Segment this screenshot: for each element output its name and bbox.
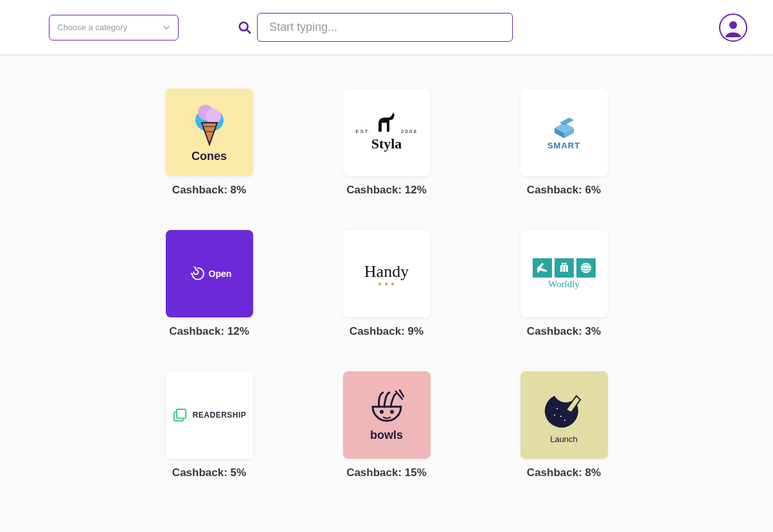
plane-icon: [533, 258, 552, 278]
cashback-label: Cashback: 12%: [166, 325, 253, 338]
svg-point-20: [560, 416, 562, 417]
svg-point-22: [564, 420, 565, 421]
merchant-card-cones[interactable]: Cones Cashback: 8%: [166, 89, 253, 197]
svg-rect-8: [560, 265, 568, 272]
brand-name: Handy: [364, 262, 409, 281]
dog-icon: [375, 112, 397, 134]
search-icon: [238, 21, 252, 35]
cashback-label: Cashback: 5%: [166, 466, 253, 479]
chevron-down-icon: [163, 24, 170, 31]
cashback-label: Cashback: 8%: [520, 466, 608, 479]
brand-name: bowls: [370, 429, 403, 442]
search: [238, 13, 513, 42]
brand-name: Styla: [371, 136, 402, 152]
noodle-bowl-icon: [366, 389, 407, 426]
pages-icon: [172, 407, 189, 423]
brand-name: READERSHIP: [193, 411, 247, 420]
merchant-card-open[interactable]: Open Cashback: 12%: [166, 230, 253, 338]
cashback-label: Cashback: 12%: [343, 184, 431, 197]
brand-name: Open: [209, 269, 232, 279]
merchant-card-handy[interactable]: Handy Cashback: 9%: [343, 230, 431, 338]
merchant-logo: Handy: [343, 230, 431, 317]
merchant-card-styla[interactable]: EST. 2008 Styla Cashback: 12%: [343, 89, 431, 197]
merchant-logo: Launch: [520, 371, 608, 459]
icecream-icon: [190, 102, 229, 147]
cashback-label: Cashback: 8%: [166, 184, 253, 197]
cashback-label: Cashback: 15%: [343, 466, 431, 479]
suitcase-icon: [555, 258, 574, 278]
merchant-card-worldly[interactable]: Worldly Cashback: 3%: [520, 230, 608, 338]
cashback-label: Cashback: 6%: [520, 184, 608, 197]
category-select[interactable]: Choose a category: [49, 15, 179, 40]
blocks-icon: [548, 115, 580, 138]
svg-point-5: [206, 109, 221, 124]
header: Choose a category: [0, 0, 773, 55]
merchant-logo: Worldly: [520, 230, 608, 317]
merchant-logo: Cones: [166, 89, 253, 176]
globe-icon: [576, 258, 596, 278]
merchant-logo: Open: [166, 230, 253, 317]
brand-name: Worldly: [548, 279, 580, 290]
svg-point-19: [556, 408, 558, 409]
merchant-logo: EST. 2008 Styla: [343, 89, 431, 176]
cashback-label: Cashback: 9%: [343, 325, 431, 338]
brand-year: 2008: [401, 129, 418, 134]
svg-rect-14: [177, 409, 186, 418]
profile-button[interactable]: [719, 13, 747, 42]
merchant-card-bowls[interactable]: bowls Cashback: 15%: [343, 371, 431, 479]
search-input[interactable]: [257, 13, 513, 42]
category-select-placeholder: Choose a category: [57, 22, 127, 32]
svg-rect-9: [562, 263, 566, 265]
cashback-label: Cashback: 3%: [520, 325, 608, 338]
svg-point-2: [729, 21, 737, 29]
merchant-grid: Cones Cashback: 8% EST. 2008 Styla Cashb…: [0, 55, 773, 479]
merchant-card-smart[interactable]: SMART Cashback: 6%: [520, 89, 608, 197]
brand-name: SMART: [547, 141, 580, 150]
merchant-logo: READERSHIP: [166, 371, 253, 459]
brand-name: Launch: [550, 434, 578, 444]
svg-line-1: [247, 29, 251, 33]
merchant-logo: bowls: [343, 371, 431, 459]
spiral-icon: [191, 267, 205, 281]
user-icon: [724, 18, 743, 37]
brand-name: Cones: [191, 150, 227, 163]
merchant-card-readership[interactable]: READERSHIP Cashback: 5%: [166, 371, 253, 479]
rocket-moon-icon: [542, 387, 587, 432]
svg-point-16: [390, 410, 394, 414]
svg-point-15: [380, 410, 384, 414]
brand-est: EST.: [355, 129, 371, 134]
merchant-logo: SMART: [520, 89, 608, 176]
merchant-card-launch[interactable]: Launch Cashback: 8%: [520, 371, 608, 479]
svg-point-21: [554, 414, 555, 416]
